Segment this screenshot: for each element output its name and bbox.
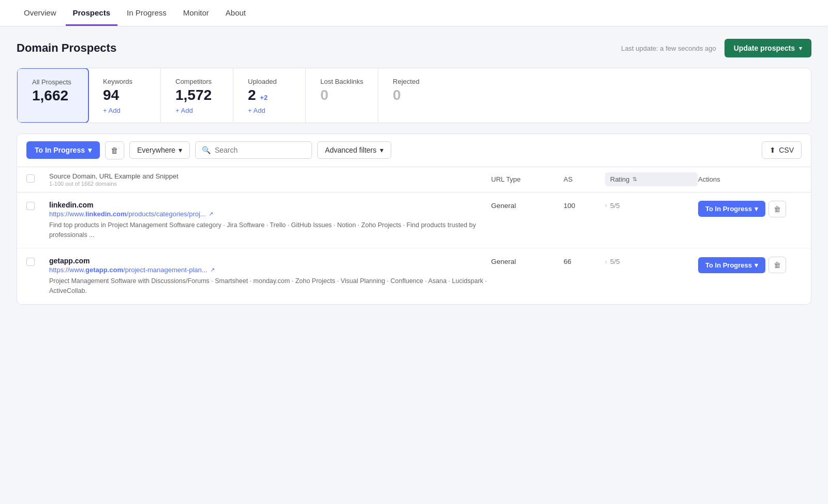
stat-value-competitors: 1,572 (175, 87, 218, 103)
prospects-table: Source Domain, URL Example and Snippet 1… (17, 167, 811, 305)
stat-label-competitors: Competitors (175, 78, 218, 85)
row-checkbox-linkedin[interactable] (26, 202, 35, 210)
delete-button[interactable]: 🗑 (105, 141, 124, 159)
url-type-getapp: General (491, 257, 564, 265)
row-checkbox-getapp[interactable] (26, 258, 35, 266)
update-prospects-button[interactable]: Update prospects ▾ (724, 39, 811, 57)
search-field[interactable]: 🔍 (195, 141, 312, 159)
row-checkbox-wrap (26, 201, 49, 210)
as-getapp: 66 (564, 257, 605, 265)
stat-card-all-prospects[interactable]: All Prospects 1,662 (17, 68, 89, 123)
domain-cell-getapp: getapp.com https://www.getapp.com/projec… (49, 257, 491, 296)
chevron-down-icon: ▾ (755, 261, 758, 269)
export-icon: ⬆ (770, 146, 776, 154)
nav-item-monitor[interactable]: Monitor (176, 0, 216, 26)
search-icon: 🔍 (202, 146, 211, 154)
stat-add-competitors[interactable]: + Add (175, 107, 218, 114)
domain-url-linkedin: https://www.linkedin.com/products/catego… (49, 210, 491, 218)
sort-icon: ⇅ (632, 176, 637, 183)
nav-item-about[interactable]: About (218, 0, 253, 26)
stat-value-rejected: 0 (393, 87, 436, 103)
stat-card-uploaded[interactable]: Uploaded 2 +2 + Add (233, 68, 306, 123)
stat-card-rejected[interactable]: Rejected 0 (378, 68, 451, 123)
toolbar: To In Progress ▾ 🗑 Everywhere ▾ 🔍 Advanc… (17, 134, 811, 167)
th-url-type: URL Type (491, 175, 564, 183)
rating-cell-linkedin: › 5/5 (605, 201, 698, 210)
domain-url-getapp: https://www.getapp.com/project-managemen… (49, 266, 491, 274)
chevron-down-icon: ▾ (380, 146, 383, 154)
domain-snippet-getapp: Project Management Software with Discuss… (49, 276, 491, 296)
to-in-progress-button-linkedin[interactable]: To In Progress ▾ (698, 201, 765, 217)
stat-card-competitors[interactable]: Competitors 1,572 + Add (161, 68, 233, 123)
stat-add-uploaded[interactable]: + Add (248, 107, 291, 114)
stat-label-all-prospects: All Prospects (32, 78, 73, 86)
nav-item-in-progress[interactable]: In Progress (120, 0, 174, 26)
stats-row: All Prospects 1,662 Keywords 94 + Add Co… (17, 68, 811, 123)
external-link-icon[interactable]: ↗ (210, 266, 215, 273)
rating-value-linkedin: 5/5 (610, 202, 620, 210)
select-all-checkbox[interactable] (26, 174, 35, 183)
table-header: Source Domain, URL Example and Snippet 1… (17, 167, 811, 192)
chevron-down-icon: ▾ (755, 205, 758, 213)
page-header: Domain Prospects Last update: a few seco… (17, 39, 811, 57)
stat-label-uploaded: Uploaded (248, 78, 291, 85)
actions-cell-getapp: To In Progress ▾ 🗑 (698, 257, 802, 273)
last-update: Last update: a few seconds ago (621, 45, 716, 52)
csv-export-button[interactable]: ⬆ CSV (762, 141, 802, 159)
url-type-linkedin: General (491, 201, 564, 210)
delete-row-button-getapp[interactable]: 🗑 (768, 257, 786, 273)
search-input[interactable] (215, 146, 305, 154)
stat-badge-uploaded: +2 (260, 94, 268, 101)
actions-cell-linkedin: To In Progress ▾ 🗑 (698, 201, 802, 217)
to-in-progress-button[interactable]: To In Progress ▾ (26, 141, 100, 159)
domain-cell-linkedin: linkedin.com https://www.linkedin.com/pr… (49, 201, 491, 240)
table-row: getapp.com https://www.getapp.com/projec… (17, 248, 811, 304)
header-right: Last update: a few seconds ago Update pr… (621, 39, 811, 57)
chevron-down-icon: ▾ (88, 146, 92, 154)
chevron-down-icon: ▾ (799, 45, 802, 52)
domain-name-getapp: getapp.com (49, 257, 491, 265)
stat-value-keywords: 94 (103, 87, 146, 103)
table-row: linkedin.com https://www.linkedin.com/pr… (17, 192, 811, 249)
th-checkbox (26, 174, 49, 184)
stat-value-all-prospects: 1,662 (32, 88, 73, 104)
domain-snippet-linkedin: Find top products in Project Management … (49, 220, 491, 240)
page-content: Domain Prospects Last update: a few seco… (0, 26, 828, 317)
top-navigation: Overview Prospects In Progress Monitor A… (0, 0, 828, 26)
stat-value-uploaded: 2 +2 (248, 87, 291, 103)
stat-card-keywords[interactable]: Keywords 94 + Add (88, 68, 161, 123)
rating-arrow-icon: › (605, 202, 607, 209)
rating-value-getapp: 5/5 (610, 258, 620, 265)
everywhere-dropdown[interactable]: Everywhere ▾ (129, 141, 190, 159)
advanced-filters-button[interactable]: Advanced filters ▾ (317, 141, 391, 159)
page-title: Domain Prospects (17, 41, 116, 55)
delete-row-button-linkedin[interactable]: 🗑 (768, 201, 786, 217)
chevron-down-icon: ▾ (179, 146, 182, 154)
stat-label-keywords: Keywords (103, 78, 146, 85)
th-rating[interactable]: Rating ⇅ (605, 172, 698, 186)
rating-cell-getapp: › 5/5 (605, 257, 698, 265)
th-actions: Actions (698, 175, 802, 183)
stat-value-lost-backlinks: 0 (320, 87, 363, 103)
row-checkbox-wrap (26, 257, 49, 266)
th-source: Source Domain, URL Example and Snippet 1… (49, 172, 491, 187)
rating-arrow-icon: › (605, 258, 607, 265)
stat-label-rejected: Rejected (393, 78, 436, 85)
stat-card-lost-backlinks[interactable]: Lost Backlinks 0 (306, 68, 378, 123)
stat-label-lost-backlinks: Lost Backlinks (320, 78, 363, 85)
external-link-icon[interactable]: ↗ (209, 211, 213, 217)
nav-item-overview[interactable]: Overview (17, 0, 64, 26)
stat-add-keywords[interactable]: + Add (103, 107, 146, 114)
to-in-progress-button-getapp[interactable]: To In Progress ▾ (698, 257, 765, 273)
th-as: AS (564, 175, 605, 183)
domain-name-linkedin: linkedin.com (49, 201, 491, 209)
nav-item-prospects[interactable]: Prospects (66, 0, 118, 26)
as-linkedin: 100 (564, 201, 605, 210)
